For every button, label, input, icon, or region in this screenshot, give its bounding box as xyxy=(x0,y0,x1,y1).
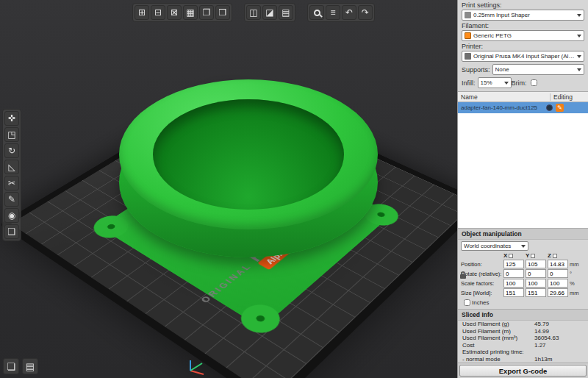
used-filament-mm3-value: 36054.63 xyxy=(534,335,584,342)
filament-value: Generic PETG xyxy=(473,32,575,39)
prusaslicer-window: ORIGINAL PRUSA MK4 by Josef Prusa Alpha … xyxy=(0,0,588,378)
position-unit: mm xyxy=(570,261,580,268)
position-z-input[interactable] xyxy=(548,260,568,268)
top-toolbar: ⊞ ⊟ ⊠ ▦ ❐ ❒ ◫ ◪ ▤ ≡ ↶ ↷ xyxy=(132,3,375,22)
coordinates-select[interactable]: World coordinates xyxy=(461,241,528,251)
rotate-tool-button[interactable]: ↻ xyxy=(4,143,19,158)
sliced-info-panel: Sliced Info Used Filament (g) 45.79 Used… xyxy=(458,309,588,363)
infill-value: 15% xyxy=(481,79,502,86)
printer-label: Printer: xyxy=(462,43,584,50)
scale-tool-button[interactable]: ◳ xyxy=(4,127,19,142)
preview-view-button[interactable]: ▤ xyxy=(22,358,38,374)
print-settings-select[interactable]: 0.25mm Input Shaper xyxy=(462,10,584,21)
size-label: Size [World]: xyxy=(461,290,502,296)
scale-y-input[interactable] xyxy=(526,279,546,288)
axes-indicator xyxy=(180,359,217,377)
3d-viewport[interactable]: ORIGINAL PRUSA MK4 by Josef Prusa Alpha … xyxy=(0,0,457,378)
export-gcode-button[interactable]: Export G-code xyxy=(459,365,587,377)
used-filament-g-label: Used Filament (g) xyxy=(462,321,534,328)
object-list-empty-area[interactable] xyxy=(458,113,588,228)
filament-color-swatch xyxy=(465,32,471,39)
layers-view-button[interactable]: ≡ xyxy=(326,5,340,20)
rotate-unit: ° xyxy=(570,271,580,277)
scale-x-input[interactable] xyxy=(503,279,524,288)
variable-layer-height-button[interactable]: ▤ xyxy=(279,5,293,20)
rotate-row: Rotate (relative): ° xyxy=(461,269,585,278)
printer-select[interactable]: Original Prusa MK4 Input Shaper (Alpha) xyxy=(462,51,584,62)
mmu-paint-tool-button[interactable]: ❑ xyxy=(4,224,19,239)
object-name: adapter-fan-140-mm-duct125 xyxy=(458,104,543,111)
lock-icon[interactable] xyxy=(460,274,466,279)
object-manipulation-title: Object manipulation xyxy=(458,228,588,240)
rotate-y-input[interactable] xyxy=(526,269,546,278)
normal-mode-value: 1h13m xyxy=(534,356,584,363)
arrange-button[interactable]: ▦ xyxy=(183,5,198,20)
estimated-time-label: Estimated printing time: xyxy=(462,349,534,356)
model-duct-hole xyxy=(153,99,344,210)
rotate-label: Rotate (relative): xyxy=(461,271,502,277)
filament-select[interactable]: Generic PETG xyxy=(462,30,584,41)
position-row: Position: mm xyxy=(461,260,585,268)
inches-checkbox[interactable] xyxy=(464,299,470,306)
split-parts-button[interactable]: ◪ xyxy=(262,5,277,20)
export-bar: Export G-code xyxy=(458,363,588,378)
cost-label: Cost xyxy=(462,342,534,349)
delete-object-button[interactable]: ⊟ xyxy=(151,5,165,20)
used-filament-g-value: 45.79 xyxy=(534,321,584,328)
toolbar-group-split: ◫ ◪ ▤ xyxy=(244,3,295,22)
place-on-face-tool-button[interactable]: ◺ xyxy=(4,160,19,174)
inches-label: Inches xyxy=(472,299,490,306)
supports-select[interactable]: None xyxy=(492,64,584,75)
object-row[interactable]: adapter-fan-140-mm-duct125 ✎ xyxy=(458,102,588,113)
axis-x-button[interactable] xyxy=(509,254,513,258)
edit-icon[interactable]: ✎ xyxy=(556,104,564,112)
sliders-icon xyxy=(465,12,471,18)
brim-checkbox[interactable] xyxy=(531,79,537,86)
axis-y-label: Y xyxy=(526,252,529,259)
editing-cell: ✎ xyxy=(556,104,588,112)
axis-z-button[interactable] xyxy=(553,254,557,258)
toolbar-group-view: ≡ ↶ ↷ xyxy=(307,3,375,22)
scale-unit: % xyxy=(570,280,580,287)
scale-z-input[interactable] xyxy=(548,279,568,288)
eye-icon[interactable] xyxy=(546,104,553,111)
infill-select[interactable]: 15% xyxy=(478,77,512,88)
sliced-info-row: - normal mode 1h13m xyxy=(458,356,588,363)
paint-supports-tool-button[interactable]: ✎ xyxy=(4,192,19,207)
search-button[interactable] xyxy=(309,5,324,20)
split-objects-button[interactable]: ◫ xyxy=(246,5,261,20)
column-name: Name xyxy=(458,93,550,101)
object-list-header: Name Editing xyxy=(458,92,588,102)
seam-tool-button[interactable]: ◉ xyxy=(4,208,19,223)
undo-button[interactable]: ↶ xyxy=(342,5,356,20)
scale-label: Scale factors: xyxy=(461,280,502,287)
position-y-input[interactable] xyxy=(526,260,546,268)
cost-value: 1.27 xyxy=(534,342,584,349)
sliced-info-title: Sliced Info xyxy=(458,309,588,321)
cut-tool-button[interactable]: ✂ xyxy=(4,176,19,190)
chevron-down-icon xyxy=(577,55,581,58)
brim-label: Brim: xyxy=(512,79,527,87)
paste-button[interactable]: ❒ xyxy=(215,5,230,20)
normal-mode-label: - normal mode xyxy=(462,356,534,363)
right-panel: Print settings: 0.25mm Input Shaper Fila… xyxy=(457,0,588,378)
position-x-input[interactable] xyxy=(503,260,524,268)
redo-button[interactable]: ↷ xyxy=(358,5,373,20)
size-z-input[interactable] xyxy=(548,288,568,297)
axis-y-button[interactable] xyxy=(531,254,535,258)
copy-button[interactable]: ❐ xyxy=(199,5,214,20)
move-tool-button[interactable]: ✜ xyxy=(4,111,19,126)
printer-value: Original Prusa MK4 Input Shaper (Alpha) xyxy=(473,53,575,60)
rotate-z-input[interactable] xyxy=(548,269,568,278)
size-y-input[interactable] xyxy=(526,288,546,297)
size-x-input[interactable] xyxy=(503,288,524,297)
sliced-info-row: Used Filament (mm³) 36054.63 xyxy=(458,335,588,342)
rotate-x-input[interactable] xyxy=(503,269,524,278)
used-filament-mm3-label: Used Filament (mm³) xyxy=(462,335,534,342)
left-toolbar: ✜ ◳ ↻ ◺ ✂ ✎ ◉ ❑ xyxy=(2,109,21,241)
add-object-button[interactable]: ⊞ xyxy=(135,5,149,20)
model-duct-rim[interactable] xyxy=(119,79,378,229)
delete-all-button[interactable]: ⊠ xyxy=(167,5,182,20)
editor-view-button[interactable]: ❏ xyxy=(3,358,19,374)
sliced-info-row: Used Filament (m) 14.99 xyxy=(458,328,588,335)
